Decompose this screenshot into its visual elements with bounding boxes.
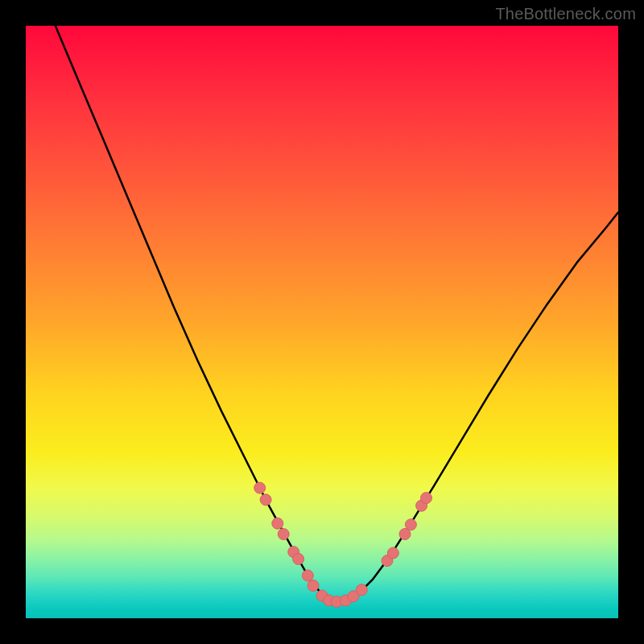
curve-marker [278,529,289,540]
curve-marker [302,570,313,581]
curve-marker [293,553,304,564]
curve-marker [308,580,319,592]
curve-marker [405,519,416,530]
curve-marker [254,482,266,493]
bottleneck-curve [56,26,618,601]
curve-overlay [0,0,644,644]
curve-marker [356,584,367,596]
curve-marker [387,547,398,559]
curve-marker [260,494,271,506]
curve-marker [272,518,283,529]
curve-marker [421,493,432,504]
chart-frame: TheBottleneck.com [0,0,644,644]
